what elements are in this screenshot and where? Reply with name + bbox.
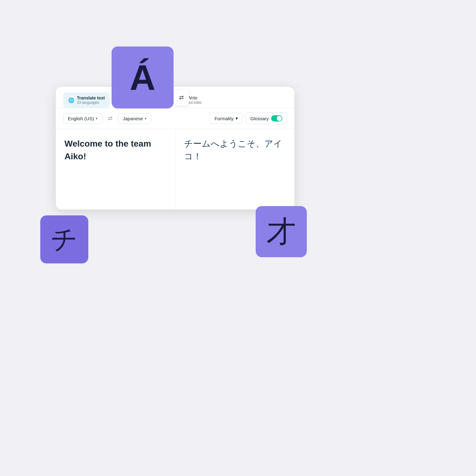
language-bar: English (US) ▾ ⇄ Japanese ▾ Formality ▾ … — [56, 108, 294, 129]
scene: Á ⇄ 🌐 Translate text 33 languages 📄 Tran… — [28, 46, 307, 288]
floating-swap-icon: ⇄ — [174, 90, 189, 105]
formality-label: Formality — [214, 116, 234, 121]
source-text: Welcome to the team Aiko! — [64, 138, 166, 163]
target-language-chevron: ▾ — [145, 117, 147, 121]
source-language-button[interactable]: English (US) ▾ — [63, 113, 102, 124]
glossary-toggle[interactable] — [271, 115, 282, 121]
target-language-label: Japanese — [123, 116, 143, 121]
source-pane[interactable]: Welcome to the team Aiko! — [56, 129, 175, 209]
floating-tile-a: Á — [112, 46, 174, 108]
glossary-button[interactable]: Glossary — [246, 112, 287, 124]
tile-a-char: Á — [130, 60, 155, 95]
tab-translate-text-label: Translate text — [77, 95, 105, 100]
glossary-label: Glossary — [250, 116, 269, 121]
tab-translate-text-sublabel: 33 languages — [77, 100, 105, 105]
main-card: 🌐 Translate text 33 languages 📄 Translat… — [56, 87, 294, 209]
translate-text-icon: 🌐 — [68, 97, 74, 103]
floating-tile-chi: チ — [40, 215, 88, 263]
language-swap-button[interactable]: ⇄ — [105, 115, 115, 122]
tab-translate-text[interactable]: 🌐 Translate text 33 languages — [63, 92, 110, 108]
tile-kata-char: 才 — [267, 212, 296, 252]
formality-chevron: ▾ — [236, 116, 238, 121]
source-language-label: English (US) — [68, 116, 94, 121]
target-pane: チームへようこそ、アイコ！ — [175, 129, 295, 209]
target-text: チームへようこそ、アイコ！ — [184, 138, 286, 163]
source-language-chevron: ▾ — [96, 117, 98, 121]
formality-button[interactable]: Formality ▾ — [210, 113, 243, 124]
translation-area: Welcome to the team Aiko! チームへようこそ、アイコ！ — [56, 129, 294, 209]
target-language-button[interactable]: Japanese ▾ — [118, 113, 151, 124]
floating-tile-kata: 才 — [256, 206, 307, 257]
tile-chi-char: チ — [51, 222, 78, 257]
